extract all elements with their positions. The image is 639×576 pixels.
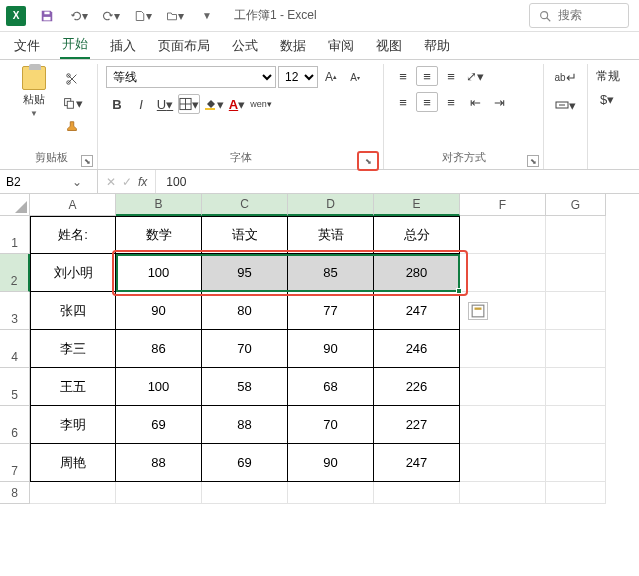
tab-formulas[interactable]: 公式 <box>230 34 260 59</box>
cell[interactable] <box>460 482 546 504</box>
col-header-D[interactable]: D <box>288 194 374 216</box>
cancel-formula-icon[interactable]: ✕ <box>106 175 116 189</box>
cell[interactable]: 90 <box>288 444 374 482</box>
cell[interactable]: 80 <box>202 292 288 330</box>
tab-insert[interactable]: 插入 <box>108 34 138 59</box>
cell[interactable]: 95 <box>202 254 288 292</box>
row-header-1[interactable]: 1 <box>0 216 30 254</box>
decrease-indent-button[interactable]: ⇤ <box>464 92 486 112</box>
fill-color-button[interactable]: ▾ <box>202 94 224 114</box>
cell[interactable]: 总分 <box>374 216 460 254</box>
cell[interactable]: 247 <box>374 292 460 330</box>
font-color-button[interactable]: A▾ <box>226 94 248 114</box>
tab-review[interactable]: 审阅 <box>326 34 356 59</box>
align-middle-button[interactable]: ≡ <box>416 66 438 86</box>
cell[interactable]: 李三 <box>30 330 116 368</box>
name-box[interactable]: ⌄ <box>0 170 98 193</box>
align-top-button[interactable]: ≡ <box>392 66 414 86</box>
row-header-4[interactable]: 4 <box>0 330 30 368</box>
cell[interactable]: 刘小明 <box>30 254 116 292</box>
bold-button[interactable]: B <box>106 94 128 114</box>
phonetic-button[interactable]: wen▾ <box>250 94 272 114</box>
qat-customize-icon[interactable]: ▼ <box>198 7 216 25</box>
col-header-A[interactable]: A <box>30 194 116 216</box>
cell[interactable] <box>460 254 546 292</box>
align-right-button[interactable]: ≡ <box>440 92 462 112</box>
tab-data[interactable]: 数据 <box>278 34 308 59</box>
row-header-2[interactable]: 2 <box>0 254 30 292</box>
cell[interactable]: 227 <box>374 406 460 444</box>
cell[interactable]: 246 <box>374 330 460 368</box>
cell[interactable] <box>460 444 546 482</box>
cell[interactable] <box>546 406 606 444</box>
currency-button[interactable]: $▾ <box>596 89 618 109</box>
tab-home[interactable]: 开始 <box>60 32 90 59</box>
number-format-select[interactable]: 常规 <box>596 66 620 87</box>
open-folder-icon[interactable]: ▾ <box>166 7 184 25</box>
cell[interactable] <box>546 368 606 406</box>
italic-button[interactable]: I <box>130 94 152 114</box>
name-box-dropdown-icon[interactable]: ⌄ <box>68 175 86 189</box>
cell[interactable] <box>546 292 606 330</box>
orientation-button[interactable]: ⤢▾ <box>464 66 486 86</box>
tab-view[interactable]: 视图 <box>374 34 404 59</box>
col-header-B[interactable]: B <box>116 194 202 216</box>
align-bottom-button[interactable]: ≡ <box>440 66 462 86</box>
new-file-icon[interactable]: ▾ <box>134 7 152 25</box>
worksheet-grid[interactable]: A B C D E F G 1 姓名: 数学 语文 英语 总分 2 刘小明 10… <box>0 194 639 504</box>
borders-button[interactable]: ▾ <box>178 94 200 114</box>
cell[interactable]: 王五 <box>30 368 116 406</box>
paste-options-button[interactable] <box>468 302 488 320</box>
cell[interactable] <box>460 330 546 368</box>
cell[interactable] <box>546 254 606 292</box>
paste-button[interactable]: 粘贴 ▼ <box>14 66 54 118</box>
wrap-text-button[interactable]: ab↵ <box>552 66 580 88</box>
merge-button[interactable]: ▾ <box>552 94 580 116</box>
cell[interactable]: 李明 <box>30 406 116 444</box>
cell[interactable]: 姓名: <box>30 216 116 254</box>
row-header-7[interactable]: 7 <box>0 444 30 482</box>
cell[interactable] <box>546 444 606 482</box>
row-header-3[interactable]: 3 <box>0 292 30 330</box>
col-header-E[interactable]: E <box>374 194 460 216</box>
cell[interactable]: 数学 <box>116 216 202 254</box>
cell[interactable]: 70 <box>202 330 288 368</box>
increase-indent-button[interactable]: ⇥ <box>488 92 510 112</box>
cell[interactable] <box>30 482 116 504</box>
enter-formula-icon[interactable]: ✓ <box>122 175 132 189</box>
cell[interactable]: 280 <box>374 254 460 292</box>
formula-input[interactable]: 100 <box>156 170 639 193</box>
fx-icon[interactable]: fx <box>138 175 147 189</box>
underline-button[interactable]: U▾ <box>154 94 176 114</box>
redo-icon[interactable]: ▾ <box>102 7 120 25</box>
font-size-select[interactable]: 12 <box>278 66 318 88</box>
alignment-launcher[interactable]: ⬊ <box>527 155 539 167</box>
align-center-button[interactable]: ≡ <box>416 92 438 112</box>
cell[interactable] <box>460 406 546 444</box>
row-header-6[interactable]: 6 <box>0 406 30 444</box>
cell[interactable] <box>288 482 374 504</box>
format-painter-button[interactable] <box>58 116 86 138</box>
cell[interactable]: 90 <box>288 330 374 368</box>
cell[interactable]: 张四 <box>30 292 116 330</box>
cut-button[interactable] <box>58 68 86 90</box>
cell[interactable] <box>546 216 606 254</box>
cell[interactable] <box>460 368 546 406</box>
cell[interactable]: 周艳 <box>30 444 116 482</box>
increase-font-button[interactable]: A▴ <box>320 67 342 87</box>
cell[interactable]: 69 <box>202 444 288 482</box>
cell[interactable]: 226 <box>374 368 460 406</box>
cell[interactable]: 77 <box>288 292 374 330</box>
cell[interactable]: 88 <box>116 444 202 482</box>
copy-button[interactable]: ▾ <box>58 92 86 114</box>
cell[interactable]: 69 <box>116 406 202 444</box>
cell[interactable]: 68 <box>288 368 374 406</box>
font-launcher[interactable]: ⬊ <box>357 151 379 171</box>
col-header-F[interactable]: F <box>460 194 546 216</box>
search-input[interactable]: 搜索 <box>529 3 629 28</box>
cell[interactable]: 86 <box>116 330 202 368</box>
save-icon[interactable] <box>38 7 56 25</box>
row-header-5[interactable]: 5 <box>0 368 30 406</box>
tab-page-layout[interactable]: 页面布局 <box>156 34 212 59</box>
cell[interactable]: 58 <box>202 368 288 406</box>
